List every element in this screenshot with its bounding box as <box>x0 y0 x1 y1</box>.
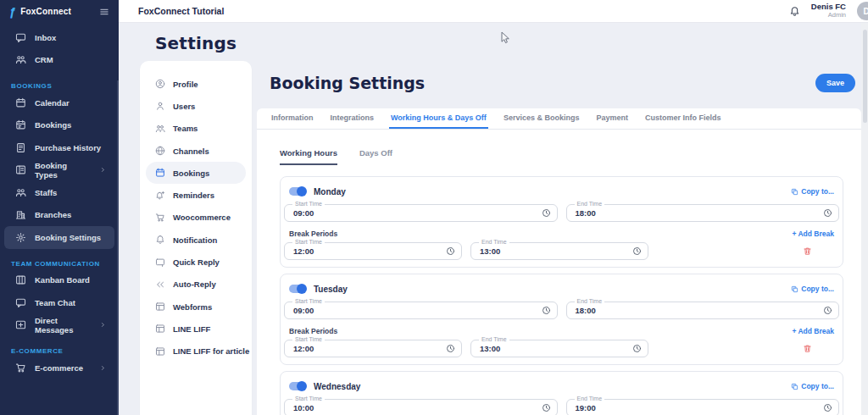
tab-working-hours-days-off[interactable]: Working Hours & Days Off <box>389 108 488 129</box>
settings-nav-label: Bookings <box>173 169 209 178</box>
sidebar-item-team-chat[interactable]: Team Chat <box>4 291 114 314</box>
clock-icon <box>632 246 642 256</box>
tab-information[interactable]: Information <box>270 108 315 129</box>
day-card-monday: MondayCopy to...Start Time09:00End Time1… <box>280 176 843 268</box>
break-start-time-field[interactable]: Start Time12:00 <box>284 242 462 260</box>
bell-icon[interactable] <box>789 6 800 17</box>
tab-customer-info-fields[interactable]: Customer Info Fields <box>643 108 723 129</box>
sidebar-scrollbar[interactable] <box>117 80 119 415</box>
settings-nav-label: Quick Reply <box>173 257 220 267</box>
add-break-link[interactable]: + Add Break <box>792 230 834 238</box>
menu-icon <box>99 7 109 17</box>
settings-nav-item-auto-reply[interactable]: Auto-Reply <box>146 274 246 296</box>
reply-icon <box>155 279 165 290</box>
settings-nav-item-channels[interactable]: Channels <box>146 140 246 162</box>
tab-payment[interactable]: Payment <box>594 108 630 129</box>
day-enabled-toggle[interactable] <box>289 382 306 390</box>
clock-icon <box>823 208 832 218</box>
settings-nav-item-notification[interactable]: Notification <box>146 229 246 251</box>
sidebar-item-direct-messages[interactable]: Direct Messages <box>4 314 114 337</box>
time-value: 09:00 <box>285 306 314 315</box>
settings-nav-item-webforms[interactable]: Webforms <box>146 296 246 318</box>
copy-to-link[interactable]: Copy to... <box>791 187 834 196</box>
calendar-icon <box>155 168 165 178</box>
sidebar-item-label: Kanban Board <box>35 275 90 285</box>
end-time-field[interactable]: End Time19:00 <box>566 399 840 415</box>
field-label: Start Time <box>292 298 325 305</box>
sidebar-item-staffs[interactable]: Staffs <box>4 181 114 204</box>
day-name: Monday <box>314 187 346 196</box>
calendar-lines-icon <box>15 119 26 130</box>
delete-break-button[interactable] <box>803 344 812 353</box>
sidebar-item-purchase-history[interactable]: Purchase History <box>4 136 114 159</box>
start-time-field[interactable]: Start Time09:00 <box>284 302 558 319</box>
field-label: End Time <box>479 336 509 343</box>
day-enabled-toggle[interactable] <box>289 187 306 196</box>
sidebar-item-bookings[interactable]: Bookings <box>4 114 114 137</box>
sidebar-item-label: Staffs <box>35 188 57 197</box>
subtab-days-off[interactable]: Days Off <box>359 148 392 165</box>
time-value: 18:00 <box>567 306 596 315</box>
settings-nav-item-line-liff-for-article[interactable]: LINE LIFF for article <box>146 340 246 362</box>
sidebar-item-inbox[interactable]: Inbox <box>4 26 114 49</box>
delete-break-button[interactable] <box>803 246 812 256</box>
avatar[interactable]: D <box>857 2 868 20</box>
content-area: Settings ProfileUsersTeamsChannelsBookin… <box>119 23 868 415</box>
bell-icon <box>155 235 165 245</box>
end-time-field[interactable]: End Time18:00 <box>566 302 840 319</box>
time-value: 12:00 <box>285 344 314 353</box>
settings-nav-item-profile[interactable]: Profile <box>146 73 246 95</box>
settings-nav-item-users[interactable]: Users <box>146 95 246 117</box>
working-hours-list: MondayCopy to...Start Time09:00End Time1… <box>257 176 861 415</box>
time-value: 19:00 <box>567 403 596 412</box>
sidebar-item-label: Team Chat <box>35 298 75 307</box>
settings-nav-label: Auto-Reply <box>173 279 216 289</box>
break-end-time-field[interactable]: End Time13:00 <box>470 242 648 260</box>
sidebar-item-booking-types[interactable]: Booking Types <box>4 159 114 182</box>
field-label: Start Time <box>292 201 325 208</box>
settings-nav-item-bookings[interactable]: Bookings <box>146 162 246 184</box>
copy-to-link[interactable]: Copy to... <box>791 382 834 390</box>
sidebar-item-kanban-board[interactable]: Kanban Board <box>4 269 114 292</box>
sidebar-item-booking-settings[interactable]: Booking Settings <box>4 226 114 249</box>
settings-nav-label: Channels <box>173 147 209 156</box>
page-title: Settings <box>119 23 868 53</box>
tab-integrations[interactable]: Integrations <box>329 108 376 129</box>
sidebar-item-calendar[interactable]: Calendar <box>4 91 114 114</box>
start-time-field[interactable]: Start Time09:00 <box>284 204 558 222</box>
clock-icon <box>823 306 832 315</box>
tab-bar: InformationIntegrationsWorking Hours & D… <box>257 108 861 130</box>
copy-to-link[interactable]: Copy to... <box>791 285 834 293</box>
sidebar-item-label: Branches <box>35 210 71 219</box>
add-break-link[interactable]: + Add Break <box>792 327 834 335</box>
person-icon <box>155 101 165 111</box>
settings-nav-item-line-liff[interactable]: LINE LIFF <box>146 318 246 340</box>
time-value: 10:00 <box>285 403 314 412</box>
globe-icon <box>155 146 165 156</box>
sidebar-nav: InboxCRMBOOKINGSCalendarBookingsPurchase… <box>0 23 119 379</box>
chevron-right-icon <box>99 364 107 372</box>
settings-nav-item-woocommerce[interactable]: Woocommerce <box>146 207 246 229</box>
sidebar-item-branches[interactable]: Branches <box>4 204 114 227</box>
calendar-icon <box>15 97 26 108</box>
copy-to-label: Copy to... <box>801 285 834 293</box>
settings-nav-label: LINE LIFF for article <box>173 346 249 356</box>
end-time-field[interactable]: End Time18:00 <box>566 204 840 222</box>
day-name: Tuesday <box>314 285 348 294</box>
save-button[interactable]: Save <box>815 74 855 92</box>
subtab-working-hours[interactable]: Working Hours <box>280 148 337 165</box>
break-start-time-field[interactable]: Start Time12:00 <box>284 340 462 357</box>
sidebar-item-e-commerce[interactable]: E-commerce <box>4 357 114 379</box>
settings-nav-item-reminders[interactable]: Reminders <box>146 184 246 206</box>
clock-icon <box>542 403 551 412</box>
settings-nav-item-quick-reply[interactable]: Quick Reply <box>146 251 246 273</box>
copy-icon <box>791 285 798 293</box>
page-scrollbar[interactable] <box>861 23 868 415</box>
sidebar-item-crm[interactable]: CRM <box>4 49 114 72</box>
start-time-field[interactable]: Start Time10:00 <box>284 399 558 415</box>
settings-nav-item-teams[interactable]: Teams <box>146 118 246 140</box>
tab-services-bookings[interactable]: Services & Bookings <box>502 108 581 129</box>
break-end-time-field[interactable]: End Time13:00 <box>470 340 648 357</box>
sidebar-section-header-e-commerce: E-COMMERCE <box>0 347 119 355</box>
day-enabled-toggle[interactable] <box>289 285 306 293</box>
